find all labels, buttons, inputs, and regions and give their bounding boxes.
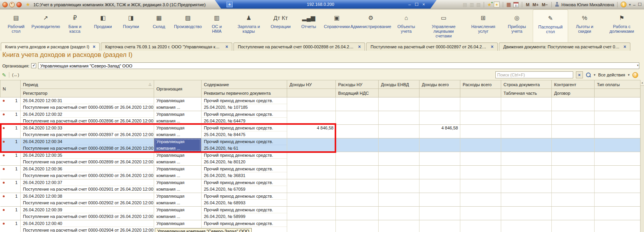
all-actions-button[interactable]: Все действия [598,73,625,77]
cell-income-total[interactable] [419,97,460,111]
section-sales[interactable]: ◧ Продажи [89,9,117,42]
cell-n[interactable]: 1 [0,97,21,111]
organization-input[interactable] [38,62,639,69]
cell-organization[interactable]: Управляющаякомпания ... [154,179,202,193]
search-icon[interactable] [586,72,591,78]
cell-expense-nu[interactable] [336,97,379,111]
pin-icon[interactable]: + [226,2,233,7]
cell-content[interactable]: Прочий приход денежных средств.25.04.202… [202,179,287,193]
cell-payment-type[interactable] [595,220,640,232]
cell-n[interactable]: 1 [0,166,21,179]
cell-period[interactable]: 26.04.2020 12:00:39Поступление на расчет… [21,207,154,220]
chevron-down-icon[interactable]: ▾ [629,3,631,7]
cell-organization[interactable]: Управляющаякомпания ... [154,97,202,111]
tab-kudir[interactable]: Книга учета доходов и расходов (раздел I… [1,43,100,51]
header-contract[interactable]: Договор [552,89,595,97]
cell-counterparty[interactable] [552,125,595,138]
window-maximize-button[interactable]: ☐ [638,2,642,7]
cell-income-total[interactable] [419,138,460,152]
section-reports[interactable]: ▂▄▆ Отчеты [295,9,323,42]
cell-income-envd[interactable] [379,125,419,138]
cell-period[interactable]: 26.04.2020 12:00:32Поступление на расчет… [21,111,154,125]
table-row[interactable]: 1 26.04.2020 12:00:39Поступление на расч… [0,207,640,220]
cell-organization[interactable]: Управляющаякомпания ... [154,125,202,138]
chevron-down-icon[interactable]: ▾ [628,73,630,77]
cell-period[interactable]: 26.04.2020 12:00:38Поступление на расчет… [21,193,154,207]
cell-income-total[interactable]: 4 846,58 [419,125,460,138]
cell-counterparty[interactable] [552,220,595,232]
cell-income-total[interactable] [419,193,460,207]
cell-payment-type[interactable] [595,152,640,166]
section-production[interactable]: ▨ Производство [173,9,203,42]
cell-n[interactable]: 1 [0,207,21,220]
cell-expense-total[interactable] [460,179,501,193]
header-n[interactable]: N [0,80,21,97]
section-personal-accounts[interactable]: ▭ Управление лицевыми счетами [422,9,465,42]
cell-expense-total[interactable] [460,111,501,125]
cell-expense-total[interactable] [460,138,501,152]
cell-expense-nu[interactable] [336,111,379,125]
cell-counterparty[interactable] [552,193,595,207]
cell-content[interactable]: Прочий приход денежных средств.26.04.202… [202,152,287,166]
cell-income-total[interactable] [419,220,460,232]
cell-content[interactable]: Прочий приход денежных средств.26.04.202… [202,193,287,207]
tab-close-icon[interactable]: × [93,44,95,49]
cell-period[interactable]: 26.04.2020 12:00:37Поступление на расчет… [21,179,154,193]
cell-expense-total[interactable] [460,166,501,179]
cell-income-envd[interactable] [379,207,419,220]
favorites-star-icon[interactable]: ★ [26,2,30,7]
table-row[interactable]: 1 26.04.2020 12:00:40Поступление на расч… [0,220,640,232]
table-row[interactable]: 1 26.04.2020 12:00:31Поступление на расч… [0,97,640,111]
cell-income-nu[interactable] [287,193,336,207]
cell-doc-row[interactable] [501,166,552,179]
header-doc-details[interactable]: Реквизиты первичного документа [202,89,287,97]
cell-income-envd[interactable] [379,111,419,125]
info-button[interactable]: i [621,2,626,7]
cell-income-total[interactable] [419,111,460,125]
cell-income-envd[interactable] [379,193,419,207]
cell-counterparty[interactable] [552,138,595,152]
cell-payment-type[interactable] [595,166,640,179]
cell-counterparty[interactable] [552,152,595,166]
table-row[interactable]: 1 26.04.2020 12:00:35Поступление на расч… [0,152,640,166]
cell-payment-type[interactable] [595,138,640,152]
table-row[interactable]: 1 26.04.2020 12:00:36Поступление на расч… [0,166,640,179]
cell-income-envd[interactable] [379,152,419,166]
cell-income-nu[interactable] [287,166,336,179]
tab-close-icon[interactable]: × [358,44,361,49]
cell-income-nu[interactable]: 4 846,58 [287,125,336,138]
cell-income-nu[interactable] [287,152,336,166]
cell-period[interactable]: 26.04.2020 12:00:40Поступление на расчет… [21,220,154,232]
cell-counterparty[interactable] [552,166,595,179]
cell-payment-type[interactable] [595,97,640,111]
header-registrator[interactable]: Регистратор [21,89,154,97]
table-row[interactable]: 1 26.04.2020 12:00:32Поступление на расч… [0,111,640,125]
cell-doc-row[interactable] [501,97,552,111]
cell-organization[interactable]: Управляющаякомпания ... [154,166,202,179]
cell-doc-row[interactable] [501,111,552,125]
cell-organization[interactable]: Управляющаякомпания ... [154,138,202,152]
calculator-icon[interactable]: ▦ [506,2,511,7]
favorites-list-icon[interactable]: ★ [494,2,500,7]
header-income-nu[interactable]: Доходы НУ [287,80,336,89]
cell-period[interactable]: 26.04.2020 12:00:34Поступление на расчет… [21,138,154,152]
memory-m-plus-button[interactable]: M+ [532,2,539,7]
cell-n[interactable]: 1 [0,179,21,193]
section-accounting-objects[interactable]: ⌂ Объекты учета [391,9,422,42]
scroll-up-icon[interactable]: ▲ [640,80,644,86]
cell-doc-row[interactable] [501,138,552,152]
cell-income-total[interactable] [419,166,460,179]
cell-period[interactable]: 26.04.2020 12:00:33Поступление на расчет… [21,125,154,138]
cell-doc-row[interactable] [501,220,552,232]
cell-n[interactable]: 1 [0,125,21,138]
cell-doc-row[interactable] [501,207,552,220]
section-administration[interactable]: ⚙ Администрирование [351,9,391,42]
section-metering-devices[interactable]: ◎ Приборы учета [501,9,533,42]
table-row[interactable]: 1 26.04.2020 12:00:33Поступление на расч… [0,125,640,138]
cell-payment-type[interactable] [595,125,640,138]
cell-payment-type[interactable] [595,179,640,193]
cell-expense-total[interactable] [460,193,501,207]
cell-expense-total[interactable] [460,125,501,138]
cell-income-envd[interactable] [379,138,419,152]
cell-expense-nu[interactable] [336,138,379,152]
